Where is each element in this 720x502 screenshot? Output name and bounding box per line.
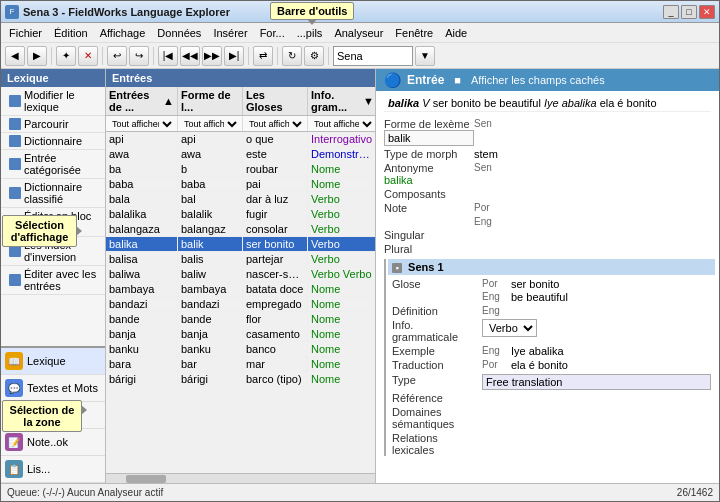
cell-info: Verbo: [308, 252, 375, 266]
cell-entree: balalika: [106, 207, 178, 221]
sense-collapse-icon[interactable]: ▪: [392, 263, 402, 273]
field-example: Exemple Eng Iye abalika: [392, 345, 711, 357]
cell-entree: bara: [106, 357, 178, 371]
filter-info[interactable]: Tout affiche: [308, 116, 375, 131]
toolbar-callout: Barre d'outils: [270, 2, 354, 20]
forward-button[interactable]: ▶: [27, 46, 47, 66]
cell-info: Nome: [308, 162, 375, 176]
table-row[interactable]: bala bal dar à luz Verbo: [106, 192, 375, 207]
table-row[interactable]: bande bande flor Nome: [106, 312, 375, 327]
menu-aide[interactable]: Aide: [439, 25, 473, 41]
lexique-tab-icon: 📖: [5, 352, 23, 370]
menu-for[interactable]: For...: [254, 25, 291, 41]
refresh-button[interactable]: ↻: [282, 46, 302, 66]
callout-selection-zone: Sélection de la zone: [2, 400, 82, 432]
filter-glose-select[interactable]: Tout afficher: [245, 118, 305, 130]
cell-entree: baba: [106, 177, 178, 191]
table-row[interactable]: balalika balalik fugir Verbo: [106, 207, 375, 222]
cell-glose: partejar: [243, 252, 308, 266]
menu-donnees[interactable]: Données: [151, 25, 207, 41]
toolbar-separator-2: [102, 47, 103, 65]
filter-entrees[interactable]: Tout afficher: [106, 116, 178, 131]
toolbar-separator-5: [277, 47, 278, 65]
gram-info-dropdown: Verbo: [482, 319, 711, 337]
detail-show-hidden[interactable]: Afficher les champs cachés: [471, 74, 605, 86]
table-row[interactable]: bambaya bambaya batata doce Nome: [106, 282, 375, 297]
cell-info: Nome: [308, 312, 375, 326]
field-composants: Composants: [384, 188, 711, 200]
col-gloses[interactable]: Les Gloses: [243, 87, 308, 115]
minimize-button[interactable]: _: [663, 5, 679, 19]
table-row[interactable]: ba b roubar Nome: [106, 162, 375, 177]
table-row[interactable]: baliwa baliw nascer-se por ao colo Verbo…: [106, 267, 375, 282]
table-row[interactable]: baba baba pai Nome: [106, 177, 375, 192]
menu-pils[interactable]: ...pils: [291, 25, 329, 41]
sidebar-tab-note[interactable]: 📝 Note..ok: [1, 429, 105, 456]
search-dropdown[interactable]: ▼: [415, 46, 435, 66]
menu-fichier[interactable]: Fichier: [3, 25, 48, 41]
entry-def-eng: ela é bonito: [600, 97, 657, 109]
search-input[interactable]: [333, 46, 413, 66]
sidebar-spacer: [1, 295, 105, 346]
nav-left[interactable]: |◀: [158, 46, 178, 66]
sidebar-tab-lexique[interactable]: 📖 Lexique: [1, 348, 105, 375]
table-row[interactable]: api api o que Interrogativo: [106, 132, 375, 147]
sidebar-item-parcourir[interactable]: Parcourir: [1, 116, 105, 133]
back-button[interactable]: ◀: [5, 46, 25, 66]
cell-glose: consolar: [243, 222, 308, 236]
undo-button[interactable]: ↩: [107, 46, 127, 66]
maximize-button[interactable]: □: [681, 5, 697, 19]
filter-info-select[interactable]: Tout affiche: [310, 118, 375, 130]
filter-glose[interactable]: Tout afficher: [243, 116, 308, 131]
sidebar-item-entree-categorisee[interactable]: Entrée catégorisée: [1, 150, 105, 179]
merge-button[interactable]: ⇄: [253, 46, 273, 66]
table-row[interactable]: bara bar mar Nome: [106, 357, 375, 372]
gram-info-select[interactable]: Verbo: [482, 319, 537, 337]
filter-forme[interactable]: Tout afficher: [178, 116, 243, 131]
col-forme[interactable]: Forme de l...: [178, 87, 243, 115]
sidebar-item-editer-entrees[interactable]: Éditer avec les entrées: [1, 266, 105, 295]
lexeme-value[interactable]: balik: [384, 130, 474, 146]
table-row[interactable]: bandazi bandazi empregado Nome: [106, 297, 375, 312]
sidebar-item-label: Entrée catégorisée: [24, 152, 101, 176]
table-row[interactable]: bárigi bárigi barco (tipo) Nome: [106, 372, 375, 387]
menu-inserer[interactable]: Insérer: [207, 25, 253, 41]
table-row[interactable]: banku banku banco Nome: [106, 342, 375, 357]
settings-button[interactable]: ⚙: [304, 46, 324, 66]
nav-prev[interactable]: ◀◀: [180, 46, 200, 66]
table-row[interactable]: balisa balis partejar Verbo: [106, 252, 375, 267]
sidebar-tab-textes[interactable]: 💬 Textes et Mots: [1, 375, 105, 402]
glose-por-value: ser bonito: [511, 278, 559, 290]
field-lexeme: Forme de lexème Sen balik: [384, 118, 711, 146]
field-semantic-domains: Domaines sémantiques: [392, 406, 711, 430]
sidebar-item-dictionnaire-classifie[interactable]: Dictionnaire classifié: [1, 179, 105, 208]
redo-button[interactable]: ↪: [129, 46, 149, 66]
col-entrees[interactable]: Entrées de ... ▲: [106, 87, 178, 115]
table-row[interactable]: banja banja casamento Nome: [106, 327, 375, 342]
sidebar-tab-liste[interactable]: 📋 Lis...: [1, 456, 105, 483]
table-row[interactable]: balangaza balangaz consolar Verbo: [106, 222, 375, 237]
col-info[interactable]: Info. gram... ▼: [308, 87, 375, 115]
plural-label: Plural: [384, 243, 474, 255]
toolbar: ◀ ▶ ✦ ✕ ↩ ↪ |◀ ◀◀ ▶▶ ▶| ⇄ ↻ ⚙ ▼: [1, 43, 719, 69]
menu-edition[interactable]: Édition: [48, 25, 94, 41]
cell-forme: bandazi: [178, 297, 243, 311]
close-button[interactable]: ✕: [699, 5, 715, 19]
lexeme-label: Forme de lexème: [384, 118, 474, 130]
sidebar-item-modifier[interactable]: Modifier le lexique: [1, 87, 105, 116]
horizontal-scrollbar[interactable]: [106, 473, 375, 483]
table-row[interactable]: balika balik ser bonito Verbo: [106, 237, 375, 252]
nav-right[interactable]: ▶|: [224, 46, 244, 66]
nav-next[interactable]: ▶▶: [202, 46, 222, 66]
menu-affichage[interactable]: Affichage: [94, 25, 152, 41]
menu-analyseur[interactable]: Analyseur: [328, 25, 389, 41]
filter-forme-select[interactable]: Tout afficher: [180, 118, 240, 130]
scrollbar-thumb[interactable]: [126, 475, 166, 483]
cell-entree: awa: [106, 147, 178, 161]
new-button[interactable]: ✦: [56, 46, 76, 66]
sidebar-item-dictionnaire[interactable]: Dictionnaire: [1, 133, 105, 150]
table-row[interactable]: awa awa este Demonstrativo: [106, 147, 375, 162]
filter-entrees-select[interactable]: Tout afficher: [108, 118, 175, 130]
delete-button[interactable]: ✕: [78, 46, 98, 66]
menu-fenetre[interactable]: Fenêtre: [389, 25, 439, 41]
